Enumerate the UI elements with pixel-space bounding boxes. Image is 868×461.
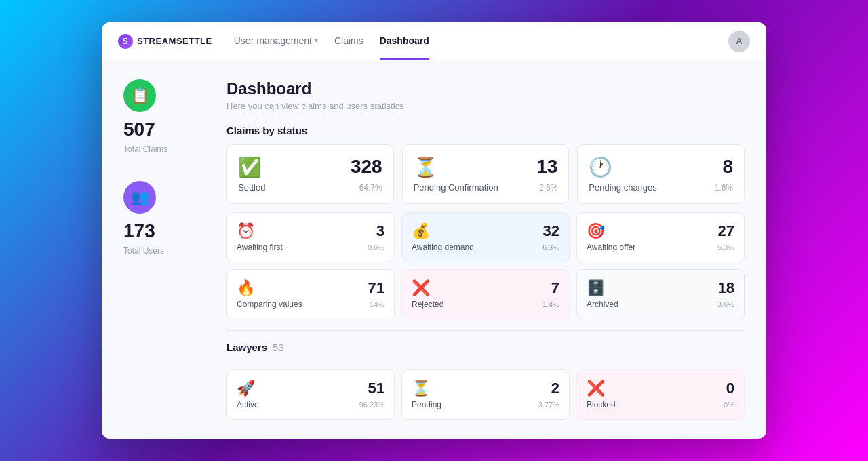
total-users-block: 👥 173 Total Users xyxy=(123,181,205,256)
pending-changes-label: Pending changes xyxy=(589,182,656,193)
nav-claims[interactable]: Claims xyxy=(334,23,363,60)
lawyers-blocked-label: Blocked xyxy=(587,400,616,409)
lawyers-header: Lawyers 53 xyxy=(226,342,745,361)
pending-changes-number: 8 xyxy=(722,156,733,178)
rejected-icon: ❌ xyxy=(412,279,430,297)
awaiting-first-card[interactable]: ⏰ 3 Awaiting first 0.6% xyxy=(226,212,395,262)
nav-user-management[interactable]: User management ▾ xyxy=(234,23,318,60)
awaiting-offer-label: Awaiting offer xyxy=(587,243,635,252)
pending-changes-pct: 1.6% xyxy=(715,183,733,193)
dashboard-area: Dashboard Here you can view claims and u… xyxy=(226,79,745,420)
awaiting-first-icon: ⏰ xyxy=(237,222,255,240)
small-cards-row1: ⏰ 3 Awaiting first 0.6% 💰 32 xyxy=(226,212,745,262)
logo-icon: S xyxy=(118,34,133,49)
rejected-number: 7 xyxy=(551,279,559,297)
pending-confirmation-number: 13 xyxy=(536,156,557,178)
lawyers-section-title: Lawyers xyxy=(226,342,267,353)
awaiting-demand-number: 32 xyxy=(543,222,559,240)
settled-card[interactable]: ✅ 328 Settled 64.7% xyxy=(226,144,394,204)
page-title: Dashboard xyxy=(226,79,745,98)
users-icon: 👥 xyxy=(123,181,156,214)
logo: S STREAMSETTLE xyxy=(118,34,212,49)
lawyers-pending-number: 2 xyxy=(551,380,559,397)
claims-section-title: Claims by status xyxy=(226,125,745,136)
lawyers-count: 53 xyxy=(273,342,284,353)
user-avatar[interactable]: A xyxy=(728,31,750,52)
lawyers-cards: 🚀 51 Active 96.23% ⏳ 2 xyxy=(226,369,745,420)
app-name: STREAMSETTLE xyxy=(137,36,212,46)
left-stats: 📋 507 Total Claims 👥 173 Total Users xyxy=(123,79,205,420)
settled-icon: ✅ xyxy=(238,156,262,178)
lawyers-pending-card[interactable]: ⏳ 2 Pending 3.77% xyxy=(401,369,570,420)
divider xyxy=(226,330,745,331)
archived-icon: 🗄️ xyxy=(587,279,605,297)
awaiting-demand-card[interactable]: 💰 32 Awaiting demand 6.3% xyxy=(401,212,570,262)
total-claims-block: 📋 507 Total Claims xyxy=(123,79,205,154)
top-cards: ✅ 328 Settled 64.7% ⏳ 13 xyxy=(226,144,745,204)
claims-icon: 📋 xyxy=(123,79,156,112)
awaiting-offer-number: 27 xyxy=(718,222,734,240)
main-content: 📋 507 Total Claims 👥 173 Total Users Das… xyxy=(102,60,766,439)
lawyers-blocked-icon: ❌ xyxy=(587,380,605,397)
awaiting-demand-label: Awaiting demand xyxy=(412,243,474,252)
lawyers-active-pct: 96.23% xyxy=(359,401,384,409)
pending-confirmation-icon: ⏳ xyxy=(414,156,437,178)
comparing-values-pct: 14% xyxy=(370,300,384,308)
pending-changes-icon: 🕐 xyxy=(589,156,612,178)
rejected-label: Rejected xyxy=(412,300,443,309)
awaiting-offer-card[interactable]: 🎯 27 Awaiting offer 5.3% xyxy=(576,212,745,262)
navbar: S STREAMSETTLE User management ▾ Claims … xyxy=(102,22,766,60)
comparing-values-icon: 🔥 xyxy=(237,279,255,297)
page-subtitle: Here you can view claims and users stati… xyxy=(226,101,745,111)
settled-label: Settled xyxy=(238,182,265,193)
lawyers-active-label: Active xyxy=(237,400,259,409)
chevron-down-icon: ▾ xyxy=(315,37,318,44)
archived-card[interactable]: 🗄️ 18 Archived 3.6% xyxy=(576,269,745,319)
awaiting-demand-pct: 6.3% xyxy=(542,243,559,252)
archived-number: 18 xyxy=(718,279,734,297)
settled-number: 328 xyxy=(351,156,382,178)
rejected-card[interactable]: ❌ 7 Rejected 1.4% xyxy=(401,269,570,319)
awaiting-first-label: Awaiting first xyxy=(237,243,283,252)
awaiting-offer-icon: 🎯 xyxy=(587,222,605,240)
lawyers-blocked-card[interactable]: ❌ 0 Blocked 0% xyxy=(576,369,745,420)
total-users-label: Total Users xyxy=(123,246,164,256)
lawyers-blocked-pct: 0% xyxy=(724,401,734,409)
settled-pct: 64.7% xyxy=(359,183,382,193)
lawyers-active-number: 51 xyxy=(368,380,384,397)
lawyers-active-card[interactable]: 🚀 51 Active 96.23% xyxy=(226,369,395,420)
rejected-pct: 1.4% xyxy=(542,300,559,308)
lawyers-pending-pct: 3.77% xyxy=(538,401,559,409)
lawyers-active-icon: 🚀 xyxy=(237,380,255,397)
comparing-values-number: 71 xyxy=(368,279,384,297)
comparing-values-label: Comparing values xyxy=(237,300,302,309)
lawyers-pending-label: Pending xyxy=(412,400,441,409)
archived-pct: 3.6% xyxy=(717,300,734,308)
nav-dashboard[interactable]: Dashboard xyxy=(380,23,429,60)
comparing-values-card[interactable]: 🔥 71 Comparing values 14% xyxy=(226,269,395,319)
lawyers-section: Lawyers 53 🚀 51 Active 96.23% xyxy=(226,342,745,420)
nav-links: User management ▾ Claims Dashboard xyxy=(234,23,707,60)
awaiting-offer-pct: 5.3% xyxy=(717,243,734,252)
pending-confirmation-card[interactable]: ⏳ 13 Pending Confirmation 2.6% xyxy=(402,144,570,204)
awaiting-first-number: 3 xyxy=(376,222,384,240)
claims-by-status-section: Claims by status ✅ 328 Settled 64.7% xyxy=(226,125,745,319)
total-users-number: 173 xyxy=(123,220,155,242)
pending-confirmation-label: Pending Confirmation xyxy=(414,182,498,193)
small-cards-row2: 🔥 71 Comparing values 14% ❌ 7 xyxy=(226,269,745,319)
awaiting-first-pct: 0.6% xyxy=(368,243,384,252)
pending-confirmation-pct: 2.6% xyxy=(539,183,557,193)
pending-changes-card[interactable]: 🕐 8 Pending changes 1.6% xyxy=(577,144,745,204)
total-claims-label: Total Claims xyxy=(123,144,167,154)
total-claims-number: 507 xyxy=(123,119,155,140)
lawyers-blocked-number: 0 xyxy=(726,380,734,397)
lawyers-pending-icon: ⏳ xyxy=(412,380,430,397)
archived-label: Archived xyxy=(587,300,618,309)
awaiting-demand-icon: 💰 xyxy=(412,222,430,240)
